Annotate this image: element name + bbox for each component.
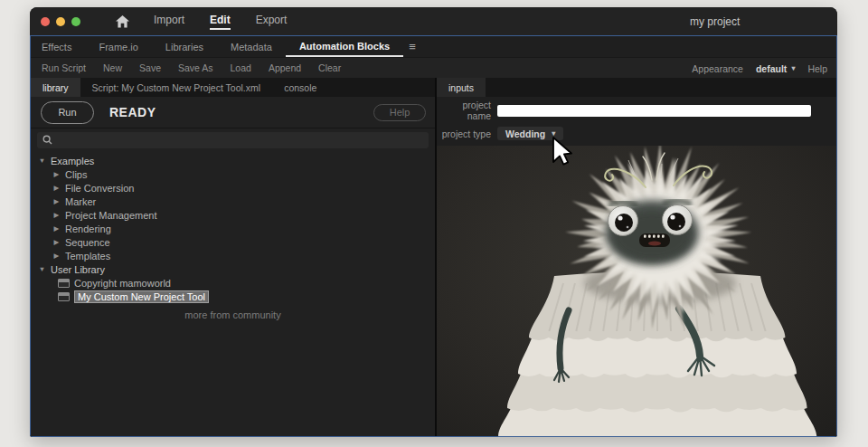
save-as-button[interactable]: Save As	[178, 62, 213, 73]
tree-group-examples[interactable]: ▼ Examples	[31, 154, 435, 167]
tree-label: Sequence	[65, 237, 110, 248]
expander-icon[interactable]: ▶	[52, 197, 61, 205]
window-controls	[41, 17, 80, 26]
tree-folder-marker[interactable]: ▶ Marker	[31, 195, 435, 208]
project-type-value: Wedding	[505, 128, 545, 139]
home-icon[interactable]	[116, 15, 129, 28]
search-icon	[42, 132, 52, 148]
tree-item-copyright-mamoworld[interactable]: Copyright mamoworld	[31, 276, 435, 290]
appearance-label: Appearance	[692, 63, 743, 74]
automation-blocks-panel: Effects Frame.io Libraries Metadata Auto…	[30, 35, 837, 437]
tree-folder-rendering[interactable]: ▶ Rendering	[31, 222, 435, 235]
save-button[interactable]: Save	[139, 62, 161, 73]
nav-tab-import[interactable]: Import	[154, 14, 184, 30]
tab-script[interactable]: Script: My Custom New Project Tool.xml	[80, 78, 273, 97]
minimize-button[interactable]	[56, 17, 65, 26]
workspace-nav: Import Edit Export	[154, 14, 287, 30]
close-button[interactable]	[41, 17, 50, 26]
clear-button[interactable]: Clear	[318, 62, 341, 73]
tree-label: Marker	[65, 196, 96, 207]
expander-icon[interactable]: ▶	[52, 224, 61, 233]
project-preview-image	[437, 146, 836, 436]
tree-folder-file-conversion[interactable]: ▶ File Conversion	[31, 181, 435, 195]
tree-label: Templates	[65, 251, 110, 262]
run-script-button[interactable]: Run Script	[42, 62, 86, 73]
project-name-input[interactable]	[497, 105, 811, 117]
tree-label: User Library	[51, 264, 105, 275]
tree-item-my-custom-new-project-tool[interactable]: My Custom New Project Tool	[31, 290, 435, 303]
tree-label: File Conversion	[65, 183, 134, 194]
expander-icon[interactable]: ▶	[52, 252, 61, 260]
more-from-community-link[interactable]: more from community	[31, 309, 435, 320]
search-box[interactable]	[37, 132, 429, 148]
library-tree: ▼ Examples ▶ Clips ▶ File Conversion ▶	[31, 152, 435, 320]
project-type-label: project type	[437, 128, 497, 139]
tree-label: Project Management	[65, 210, 157, 221]
status-text: READY	[109, 105, 156, 119]
screen: Import Edit Export my project Effects Fr…	[0, 0, 868, 447]
expander-icon[interactable]: ▶	[52, 184, 61, 192]
project-name-row: project name	[437, 100, 836, 121]
project-type-row: project type Wedding ▾	[437, 127, 836, 140]
tab-metadata[interactable]: Metadata	[217, 36, 286, 57]
tab-automation-blocks[interactable]: Automation Blocks	[286, 36, 403, 57]
zoom-button[interactable]	[71, 17, 80, 26]
app-window: Import Edit Export my project Effects Fr…	[30, 7, 837, 437]
run-row: Run READY Help	[31, 97, 435, 128]
nav-tab-export[interactable]: Export	[256, 14, 288, 30]
tree-label-selected: My Custom New Project Tool	[74, 290, 209, 303]
appearance-dropdown[interactable]: default ▾	[756, 63, 795, 74]
project-name-label: project name	[437, 100, 497, 121]
nav-tab-edit[interactable]: Edit	[210, 14, 231, 30]
chevron-down-icon: ▾	[791, 64, 795, 72]
appearance-value: default	[756, 63, 787, 74]
append-button[interactable]: Append	[269, 62, 301, 73]
tab-libraries[interactable]: Libraries	[152, 36, 217, 57]
script-block-icon	[58, 292, 70, 301]
search-row	[31, 128, 435, 152]
library-panel: library Script: My Custom New Project To…	[31, 78, 435, 436]
tree-label: Examples	[51, 156, 94, 166]
tab-effects[interactable]: Effects	[42, 36, 85, 57]
panel-tab-strip: Effects Frame.io Libraries Metadata Auto…	[31, 36, 836, 57]
collapse-icon[interactable]: ▼	[38, 157, 46, 165]
expander-icon[interactable]: ▶	[52, 238, 61, 246]
tree-folder-project-management[interactable]: ▶ Project Management	[31, 208, 435, 222]
tree-label: Rendering	[65, 224, 111, 234]
run-button[interactable]: Run	[41, 101, 94, 124]
tree-folder-templates[interactable]: ▶ Templates	[31, 249, 435, 262]
search-input[interactable]	[57, 135, 423, 146]
expander-icon[interactable]: ▶	[52, 211, 61, 219]
toolbar-right: Appearance default ▾ Help	[692, 58, 827, 79]
tree-group-user-library[interactable]: ▼ User Library	[31, 262, 435, 276]
project-title: my project	[690, 15, 740, 28]
tab-library[interactable]: library	[31, 78, 80, 97]
mouse-cursor	[551, 136, 574, 170]
tab-inputs[interactable]: inputs	[437, 78, 486, 97]
inputs-tab-strip: inputs	[437, 78, 836, 97]
new-button[interactable]: New	[103, 62, 122, 73]
help-button[interactable]: Help	[373, 104, 426, 121]
tab-console[interactable]: console	[272, 78, 328, 97]
inputs-panel: inputs project name project type Wedding…	[437, 78, 836, 436]
tree-label: Clips	[65, 169, 87, 180]
expander-icon[interactable]: ▶	[52, 170, 61, 178]
titlebar: Import Edit Export my project	[30, 7, 837, 35]
library-tab-strip: library Script: My Custom New Project To…	[31, 78, 435, 97]
inputs-form: project name project type Wedding ▾	[437, 97, 836, 146]
tree-folder-sequence[interactable]: ▶ Sequence	[31, 235, 435, 249]
tree-folder-clips[interactable]: ▶ Clips	[31, 167, 435, 181]
load-button[interactable]: Load	[231, 62, 251, 73]
tree-label: Copyright mamoworld	[74, 278, 171, 289]
script-toolbar: Run Script New Save Save As Load Append …	[31, 57, 836, 78]
script-block-icon	[58, 279, 70, 288]
help-link[interactable]: Help	[807, 63, 827, 74]
tab-frameio[interactable]: Frame.io	[85, 36, 151, 57]
panel-menu-icon[interactable]: ≡	[409, 40, 416, 53]
collapse-icon[interactable]: ▼	[38, 265, 46, 273]
